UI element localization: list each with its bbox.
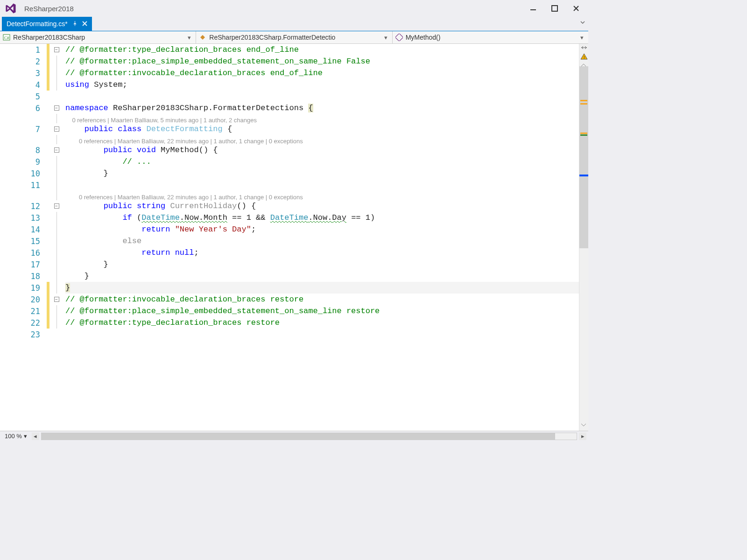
overview-ruler[interactable]: ! bbox=[579, 44, 588, 431]
code-line[interactable] bbox=[65, 179, 579, 191]
collapse-icon: − bbox=[54, 126, 59, 132]
fold-toggle[interactable]: − bbox=[49, 102, 63, 114]
fold-toggle bbox=[49, 91, 63, 102]
line-number: 19 bbox=[0, 283, 47, 293]
line-number: 23 bbox=[0, 330, 47, 339]
line-number: 11 bbox=[0, 181, 47, 190]
scrollbar-thumb[interactable] bbox=[42, 433, 555, 440]
line-number: 22 bbox=[0, 318, 47, 328]
close-window-button[interactable] bbox=[571, 3, 582, 14]
code-line[interactable]: using System; bbox=[65, 79, 579, 91]
chevron-down-icon: ▾ bbox=[578, 34, 585, 41]
warning-indicator-icon[interactable]: ! bbox=[580, 53, 588, 61]
code-line[interactable]: } bbox=[65, 282, 579, 294]
code-line[interactable]: // @formatter:type_declaration_braces en… bbox=[65, 44, 579, 56]
fold-toggle bbox=[49, 114, 63, 123]
fold-toggle[interactable]: − bbox=[49, 294, 63, 305]
line-number: 20 bbox=[0, 295, 47, 304]
line-number: 18 bbox=[0, 272, 47, 281]
method-icon bbox=[395, 34, 403, 41]
zoom-level-dropdown[interactable]: 100 % ▾ bbox=[2, 433, 30, 440]
scroll-down-arrow-icon[interactable] bbox=[580, 422, 587, 429]
code-line[interactable]: // @formatter:invocable_declaration_brac… bbox=[65, 294, 579, 305]
fold-toggle bbox=[49, 224, 63, 235]
close-tab-icon[interactable] bbox=[82, 20, 87, 28]
fold-toggle bbox=[49, 191, 63, 200]
code-line[interactable]: } bbox=[65, 259, 579, 270]
fold-toggle bbox=[49, 305, 63, 317]
fold-toggle bbox=[49, 235, 63, 247]
line-number: 3 bbox=[0, 69, 47, 78]
line-number: 1 bbox=[0, 45, 47, 55]
code-line[interactable]: public string CurrentHoliday() { bbox=[65, 200, 579, 212]
csharp-project-icon: C# bbox=[3, 34, 10, 41]
fold-toggle bbox=[49, 247, 63, 259]
fold-toggle bbox=[49, 79, 63, 91]
line-number: 7 bbox=[0, 125, 47, 134]
line-number: 2 bbox=[0, 57, 47, 66]
line-number: 14 bbox=[0, 225, 47, 234]
code-line[interactable]: else bbox=[65, 235, 579, 247]
chevron-down-icon: ▾ bbox=[186, 34, 193, 41]
visual-studio-logo-icon bbox=[3, 2, 19, 15]
scroll-left-button[interactable]: ◂ bbox=[32, 433, 39, 440]
code-line[interactable]: return null; bbox=[65, 247, 579, 259]
chevron-down-icon: ▾ bbox=[24, 433, 27, 440]
fold-toggle bbox=[49, 56, 63, 67]
code-line[interactable]: namespace ReSharper20183CSharp.Formatter… bbox=[65, 102, 579, 114]
nav-type-dropdown[interactable]: ReSharper20183CSharp.FormatterDetectio ▾ bbox=[196, 31, 392, 43]
code-line[interactable] bbox=[65, 91, 579, 102]
line-number: 12 bbox=[0, 202, 47, 211]
fold-toggle[interactable]: − bbox=[49, 200, 63, 212]
svg-text:!: ! bbox=[584, 55, 585, 60]
scroll-right-button[interactable]: ▸ bbox=[579, 433, 586, 440]
collapse-icon: − bbox=[54, 147, 59, 153]
code-line[interactable]: public void MyMethod() { bbox=[65, 144, 579, 156]
title-bar: ReSharper2018 bbox=[0, 0, 588, 17]
ruler-mark bbox=[580, 103, 587, 105]
code-line[interactable]: return "New Year's Day"; bbox=[65, 224, 579, 235]
fold-toggle[interactable]: − bbox=[49, 44, 63, 56]
svg-text:C#: C# bbox=[4, 35, 9, 40]
codelens-info[interactable]: 0 references | Maarten Balliauw, 22 minu… bbox=[65, 135, 579, 144]
nav-member-dropdown[interactable]: MyMethod() ▾ bbox=[393, 31, 588, 43]
split-editor-icon[interactable] bbox=[580, 45, 588, 52]
code-line[interactable]: } bbox=[65, 168, 579, 179]
code-line[interactable]: // @formatter:invocable_declaration_brac… bbox=[65, 67, 579, 79]
code-line[interactable]: public class DetectFormatting { bbox=[65, 123, 579, 135]
codelens-info[interactable]: 0 references | Maarten Balliauw, 22 minu… bbox=[65, 191, 579, 200]
collapse-icon: − bbox=[54, 105, 59, 111]
pin-tab-icon[interactable] bbox=[72, 20, 78, 28]
collapse-icon: − bbox=[54, 203, 59, 209]
fold-toggle[interactable]: − bbox=[49, 144, 63, 156]
code-line[interactable]: // @formatter:place_simple_embedded_stat… bbox=[65, 56, 579, 67]
code-line[interactable]: // @formatter:place_simple_embedded_stat… bbox=[65, 305, 579, 317]
document-tab-well: DetectFormatting.cs* bbox=[0, 17, 588, 31]
horizontal-scrollbar[interactable] bbox=[41, 433, 577, 440]
codelens-info[interactable]: 0 references | Maarten Balliauw, 5 minut… bbox=[65, 114, 579, 123]
chevron-down-icon: ▾ bbox=[382, 34, 389, 41]
window-title: ReSharper2018 bbox=[24, 5, 74, 13]
nav-project-dropdown[interactable]: C# ReSharper20183CSharp ▾ bbox=[0, 31, 196, 43]
code-area[interactable]: // @formatter:type_declaration_braces en… bbox=[65, 44, 579, 431]
fold-toggle[interactable]: − bbox=[49, 123, 63, 135]
maximize-button[interactable] bbox=[549, 3, 560, 14]
code-line[interactable]: // @formatter:type_declaration_braces re… bbox=[65, 317, 579, 329]
tab-well-dropdown-icon[interactable] bbox=[580, 20, 585, 27]
line-number: 6 bbox=[0, 104, 47, 113]
fold-toggle bbox=[49, 329, 63, 340]
minimize-button[interactable] bbox=[528, 3, 539, 14]
fold-toggle bbox=[49, 67, 63, 79]
code-line[interactable] bbox=[65, 329, 579, 340]
scrollbar-thumb[interactable] bbox=[579, 66, 588, 248]
fold-toggle bbox=[49, 282, 63, 294]
code-editor[interactable]: 1−23456−7−8−9101112−1314151617181920−212… bbox=[0, 44, 588, 431]
svg-rect-4 bbox=[395, 34, 403, 41]
fold-toggle bbox=[49, 317, 63, 329]
code-line[interactable]: } bbox=[65, 270, 579, 282]
code-line[interactable]: // ... bbox=[65, 156, 579, 168]
ruler-mark bbox=[580, 134, 587, 136]
collapse-icon: − bbox=[54, 47, 59, 52]
code-line[interactable]: if (DateTime.Now.Month == 1 && DateTime.… bbox=[65, 212, 579, 224]
document-tab-active[interactable]: DetectFormatting.cs* bbox=[2, 17, 92, 31]
